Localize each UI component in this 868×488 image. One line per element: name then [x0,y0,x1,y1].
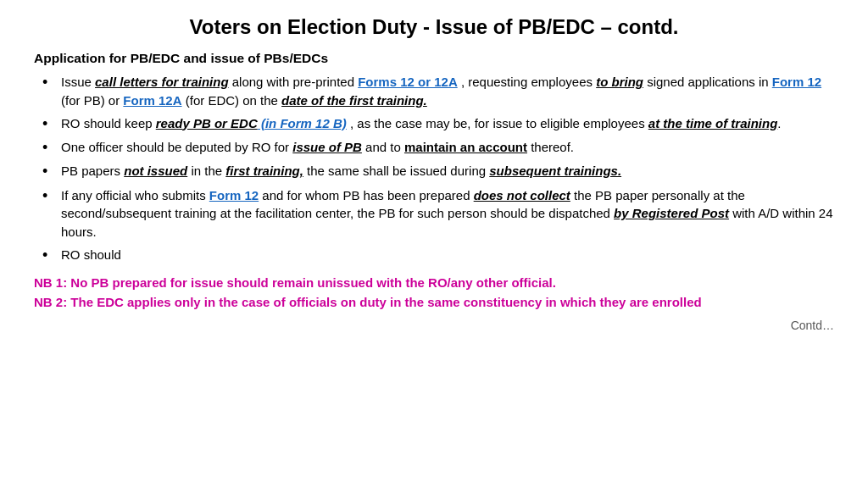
bullet1-after-form2: (for PB) or [61,93,123,108]
bullet1-date: date of the first training. [281,93,427,108]
bullet6-content: RO should [61,246,834,264]
bullet1-link1: call letters for training [95,75,229,89]
list-item-5: • If any official who submits Form 12 an… [42,186,834,241]
bullet-icon-2: • [42,114,58,134]
bullet4-content: PB papers not issued in the first traini… [61,162,834,180]
bullet1-after-form3: (for EDC) on the [182,93,282,108]
bullet-list: • Issue call letters for training along … [42,73,834,265]
bullet1-after-form1: , requesting employees [458,75,596,89]
bullet1-middle: along with pre-printed [229,75,359,89]
bullet3-middle: and to [362,140,404,154]
list-item-2: • RO should keep ready PB or EDC (in For… [42,114,834,134]
list-item-1: • Issue call letters for training along … [42,73,834,110]
bullet4-not-issued: not issued [124,164,187,178]
bullet2-time: at the time of training [648,116,778,130]
bullet2-formb: (in Form 12 B) [258,116,347,130]
bullet2-suffix: , as the case may be, for issue to eligi… [347,116,648,130]
bullet1-form3: Form 12A [123,93,181,108]
bullet3-maintain: maintain an account [404,140,527,154]
bullet4-middle: in the [187,164,225,178]
bullet3-suffix: thereof. [527,140,574,154]
bullet2-ready: ready PB or EDC [156,116,258,130]
nb2-text: NB 2: The EDC applies only in the case o… [34,293,834,313]
list-item-4: • PB papers not issued in the first trai… [42,162,834,181]
bullet1-after-tobring: signed applications in [643,75,772,89]
bullet1-form1: Forms 12 or 12A [358,75,458,89]
bullet-icon-6: • [42,246,58,265]
bullet5-does-not: does not collect [474,188,570,202]
list-item-3: • One officer should be deputed by RO fo… [42,138,834,158]
bullet4-first-training: first training, [225,164,303,178]
bullet-icon-5: • [42,186,58,206]
bullet5-reg-post: by Registered Post [614,206,729,220]
nb-block: NB 1: No PB prepared for issue should re… [34,274,834,312]
bullet1-content: Issue call letters for training along wi… [61,73,834,110]
contd-label: Contd… [34,319,834,332]
bullet1-prefix: Issue [61,75,95,89]
bullet5-middle: and for whom PB has been prepared [259,188,474,202]
bullet4-suffix: the same shall be issued during [303,164,489,178]
bullet3-content: One officer should be deputed by RO for … [61,138,834,157]
title: Voters on Election Duty - Issue of PB/ED… [34,15,834,39]
bullet2-content: RO should keep ready PB or EDC (in Form … [61,114,834,133]
bullet4-subsequent: subsequent trainings. [489,164,621,178]
list-item-6: • RO should [42,246,834,265]
bullet-icon-1: • [42,73,58,92]
bullet6-text: RO should [61,247,121,262]
bullet5-content: If any official who submits Form 12 and … [61,186,834,241]
bullet4-prefix: PB papers [61,164,124,178]
bullet3-issue: issue of PB [292,140,362,154]
bullet3-prefix: One officer should be deputed by RO for [61,140,292,154]
bullet-icon-3: • [42,138,58,158]
bullet2-prefix: RO should keep [61,116,156,130]
bullet2-end: . [777,116,781,130]
section-header: Application for PB/EDC and issue of PBs/… [34,51,834,66]
bullet-icon-4: • [42,162,58,181]
bullet5-prefix: If any official who submits [61,188,209,202]
nb1-text: NB 1: No PB prepared for issue should re… [34,274,834,293]
bullet5-form12: Form 12 [209,188,259,202]
bullet1-form2: Form 12 [772,75,821,89]
bullet1-tobring: to bring [596,75,643,89]
